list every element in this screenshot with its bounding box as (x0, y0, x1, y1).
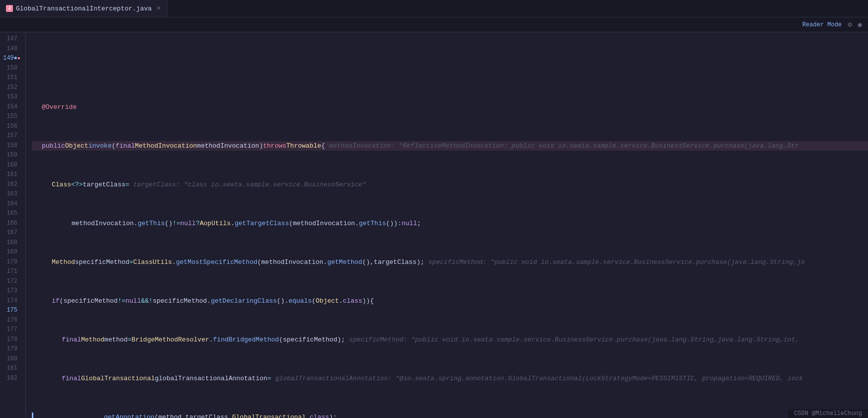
code-line-149: public Object invoke(final MethodInvocat… (32, 141, 868, 151)
line-num-148: 148 (0, 44, 21, 54)
line-num-163: 163 (0, 189, 21, 199)
line-num-176: 176 (0, 316, 21, 326)
line-num-159: 159 (0, 151, 21, 161)
line-num-162: 162 (0, 180, 21, 190)
line-num-155: 155 (0, 112, 21, 122)
line-num-178: 178 (0, 335, 21, 345)
watermark-bar: CSDN @MichelleChung (788, 409, 868, 418)
line-num-177: 177 (0, 325, 21, 335)
line-num-169: 169 (0, 248, 21, 257)
line-num-174: 174 (0, 296, 21, 306)
line-num-168: 168 (0, 238, 21, 248)
code-line-153: if (specificMethod != null && !specificM… (32, 296, 868, 306)
reader-mode-button[interactable]: Reader Mode (802, 21, 842, 28)
line-num-164: 164 (0, 199, 21, 209)
code-line-155: final GlobalTransactional globalTransact… (32, 374, 868, 384)
line-num-150: 150 (0, 64, 21, 74)
line-num-172: 172 (0, 277, 21, 287)
code-line-148: @Override (32, 102, 868, 112)
code-line-156: getAnnotation(method, targetClass, Globa… (32, 413, 868, 418)
line-num-175: 175 (0, 306, 21, 316)
line-num-170: 170 (0, 257, 21, 267)
line-num-151: 151 (0, 73, 21, 83)
line-num-166: 166 (0, 219, 21, 229)
watermark-text: CSDN @MichelleChung (794, 410, 862, 417)
code-lines: @Override public Object invoke(final Met… (26, 32, 868, 418)
code-line-147 (32, 64, 868, 74)
code-line-151: methodInvocation.getThis() != null ? Aop… (32, 219, 868, 229)
line-num-171: 171 (0, 267, 21, 277)
line-num-161: 161 (0, 170, 21, 180)
settings-icon[interactable]: ⚙ (848, 20, 852, 29)
line-num-149: 149● (0, 54, 21, 64)
line-num-157: 157 (0, 131, 21, 141)
line-num-160: 160 (0, 161, 21, 170)
code-line-150: Class<?> targetClass = targetClass: "cla… (32, 180, 868, 190)
line-num-156: 156 (0, 122, 21, 132)
line-num-153: 153 (0, 92, 21, 102)
tab-bar: J GlobalTransactionalInterceptor.java × (0, 0, 868, 17)
code-line-152: Method specificMethod = ClassUtils.getMo… (32, 257, 868, 267)
tab-close-button[interactable]: × (157, 4, 161, 12)
eye-icon[interactable]: ◉ (858, 20, 862, 29)
line-num-179: 179 (0, 344, 21, 354)
line-num-167: 167 (0, 228, 21, 238)
line-num-181: 181 (0, 364, 21, 374)
line-num-182: 182 (0, 374, 21, 384)
tab-filename: GlobalTransactionalInterceptor.java (16, 5, 152, 12)
java-file-icon: J (6, 5, 13, 12)
line-num-147: 147 (0, 34, 21, 44)
line-num-154: 154 (0, 102, 21, 112)
code-editor: 147 148 149● 150 151 152 153 154 155 156… (0, 32, 868, 418)
line-num-173: 173 (0, 286, 21, 296)
line-numbers-gutter: 147 148 149● 150 151 152 153 154 155 156… (0, 32, 26, 418)
line-num-165: 165 (0, 209, 21, 219)
file-tab[interactable]: J GlobalTransactionalInterceptor.java × (0, 0, 167, 17)
top-bar: Reader Mode ⚙ ◉ (0, 17, 868, 32)
line-num-180: 180 (0, 354, 21, 364)
line-num-152: 152 (0, 83, 21, 93)
line-num-158: 158 (0, 141, 21, 151)
code-line-154: final Method method = BridgeMethodResolv… (32, 335, 868, 345)
